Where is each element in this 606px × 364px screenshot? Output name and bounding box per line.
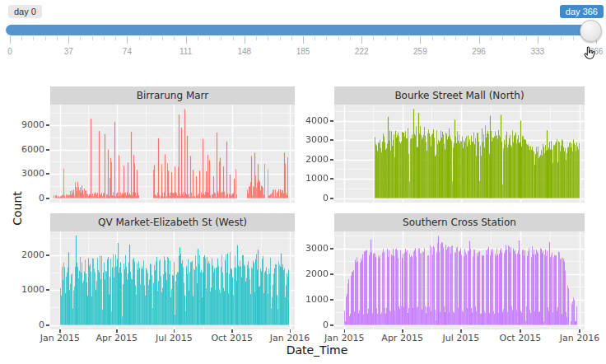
slider-tick [479, 36, 480, 44]
y-tick-mark [46, 173, 49, 175]
slider-tick [104, 36, 105, 40]
x-tick-mark [59, 329, 61, 333]
x-tick-label: Jan 2015 [40, 334, 80, 343]
x-tick-mark [520, 329, 521, 333]
y-tick-label: 6000 [7, 145, 44, 155]
y-tick-label: 3000 [291, 135, 329, 145]
slider-tick [455, 36, 456, 40]
facet-chart-birrarung-marr[interactable] [50, 105, 295, 203]
slider-tick [350, 36, 351, 40]
slider-tick [198, 36, 198, 40]
slider-tick-label: 185 [296, 47, 310, 56]
slider-tick [315, 36, 315, 40]
x-tick-mark [290, 329, 291, 333]
slider-tick [444, 36, 445, 40]
y-tick-label: 0 [7, 194, 44, 203]
x-tick-mark [460, 329, 462, 333]
slider-tick-label: 111 [179, 47, 192, 56]
slider-tick [326, 36, 327, 40]
y-tick-mark [330, 139, 333, 141]
slider-tick [526, 36, 527, 40]
slider-tick-label: 37 [64, 47, 73, 56]
facet-title: Southern Cross Station [403, 217, 516, 228]
y-tick-mark [46, 124, 49, 126]
y-tick-mark [46, 198, 49, 199]
slider-tick [256, 36, 257, 40]
facet-strip-birrarung-marr: Birrarung Marr [50, 86, 295, 105]
slider-tick [33, 36, 34, 40]
x-tick-label: Oct 2015 [211, 334, 253, 343]
facet-strip-bourke-street-mall: Bourke Street Mall (North) [334, 86, 585, 105]
x-tick-label: Jan 2016 [270, 334, 310, 343]
slider-tick [268, 36, 268, 40]
x-tick-mark [116, 329, 118, 333]
slider-tick [502, 36, 503, 40]
slider-tick-label: 0 [7, 47, 12, 56]
slider-min-badge: day 0 [8, 5, 42, 18]
slider-tick [10, 36, 11, 44]
slider-tick [68, 36, 69, 44]
y-tick-mark [330, 159, 333, 161]
x-tick-mark [344, 329, 346, 333]
slider-tick [514, 36, 515, 40]
y-tick-mark [330, 248, 333, 250]
y-tick-label: 3000 [7, 169, 44, 179]
y-tick-label: 1000 [291, 174, 329, 184]
x-tick-label: Apr 2015 [381, 334, 423, 343]
slider-tick [373, 36, 374, 40]
y-tick-mark [46, 254, 49, 256]
slider-tick [385, 36, 386, 40]
y-tick-label: 9000 [7, 120, 44, 130]
slider-tick [186, 36, 187, 44]
slider-tick-label: 296 [472, 47, 486, 56]
x-tick-label: Jul 2015 [442, 334, 479, 343]
slider-tick [80, 36, 81, 40]
slider-tick [233, 36, 234, 40]
facet-title: Birrarung Marr [137, 90, 209, 101]
slider-grid: 03774111148185222259296333366 [10, 36, 596, 61]
slider-tick [573, 36, 574, 40]
slider-tick-label: 259 [413, 47, 427, 56]
slider-value-badge: day 366 [560, 5, 604, 18]
slider-tick [491, 36, 492, 40]
slider-tick [245, 36, 245, 44]
slider-tick-label: 148 [237, 47, 251, 56]
x-tick-mark [174, 329, 175, 333]
slider-tick [151, 36, 152, 40]
facet-strip-qv-market: QV Market-Elizabeth St (West) [50, 213, 295, 231]
facet-chart-qv-market[interactable] [50, 231, 295, 329]
x-tick-label: Jan 2016 [560, 334, 599, 343]
x-axis-title: Date_Time [287, 343, 348, 357]
slider-tick [221, 36, 221, 40]
y-tick-label: 1000 [7, 285, 44, 295]
y-tick-mark [330, 299, 333, 301]
app: day 0 day 366 03774111148185222259296333… [0, 0, 606, 364]
slider-handle[interactable] [580, 20, 602, 42]
slider-tick [420, 36, 421, 44]
mouse-cursor-icon [581, 45, 599, 63]
slider-track[interactable] [6, 25, 600, 35]
slider-tick [209, 36, 210, 40]
slider-tick [549, 36, 550, 40]
slider-tick [57, 36, 58, 40]
slider-tick-label: 74 [123, 47, 132, 56]
y-tick-mark [46, 289, 49, 291]
slider-tick [538, 36, 538, 44]
x-tick-label: Jul 2015 [156, 334, 193, 343]
x-tick-label: Jan 2015 [324, 334, 364, 343]
facet-title: Bourke Street Mall (North) [394, 90, 524, 101]
slider-tick [397, 36, 398, 40]
facet-chart-southern-cross[interactable] [334, 231, 585, 329]
facet-title: QV Market-Elizabeth St (West) [98, 217, 247, 228]
y-tick-label: 2000 [7, 250, 44, 260]
slider-tick [291, 36, 292, 40]
slider-tick [174, 36, 175, 40]
y-tick-label: 2000 [291, 269, 329, 279]
slider-tick [408, 36, 409, 40]
y-tick-mark [46, 324, 49, 326]
y-tick-label: 0 [291, 320, 329, 330]
x-tick-label: Oct 2015 [500, 334, 542, 343]
facet-chart-bourke-street-mall[interactable] [334, 105, 585, 203]
slider-tick [139, 36, 140, 40]
slider-tick [115, 36, 116, 40]
